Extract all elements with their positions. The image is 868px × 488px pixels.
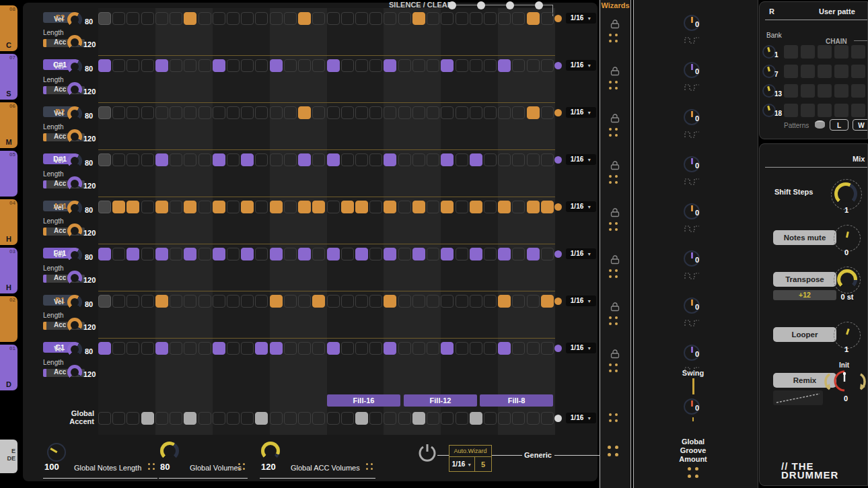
row-rate-dropdown[interactable]: 1/16▼ bbox=[566, 201, 596, 212]
acc-knob[interactable] bbox=[67, 82, 82, 97]
step-cell-r5-s11[interactable] bbox=[241, 201, 254, 213]
auto-wizard-steps-value[interactable]: 5 bbox=[475, 457, 491, 472]
step-cell-r4-s8[interactable] bbox=[198, 153, 211, 166]
step-cell-r1-s9[interactable] bbox=[213, 12, 225, 25]
lock-icon[interactable] bbox=[610, 66, 620, 76]
vel-knob[interactable] bbox=[67, 248, 82, 263]
step-cell-r1-s24[interactable] bbox=[427, 12, 439, 25]
step-cell-r5-s23[interactable] bbox=[412, 201, 425, 213]
step-cell-r8-s12[interactable] bbox=[255, 342, 268, 355]
step-cell-r4-s17[interactable] bbox=[327, 153, 340, 166]
row-wizard-dots[interactable] bbox=[609, 34, 618, 42]
row-rate-dropdown[interactable]: 1/16▼ bbox=[566, 248, 596, 259]
step-cell-r5-s14[interactable] bbox=[284, 201, 297, 213]
step-cell-r3-s13[interactable] bbox=[270, 106, 283, 119]
step-cell-r3-s10[interactable] bbox=[227, 106, 240, 119]
step-cell-r6-s23[interactable] bbox=[412, 248, 425, 260]
step-cell-r8-s29[interactable] bbox=[498, 342, 511, 355]
step-cell-r1-s28[interactable] bbox=[484, 12, 497, 25]
step-cell-r7-s29[interactable] bbox=[498, 295, 511, 308]
step-cell-r6-s13[interactable] bbox=[270, 248, 283, 260]
pattern-cell-r4-c3[interactable] bbox=[818, 104, 832, 117]
step-cell-r2-s2[interactable] bbox=[112, 59, 125, 72]
lock-icon[interactable] bbox=[610, 113, 620, 123]
accent-step-cell-s3[interactable] bbox=[126, 412, 139, 425]
step-cell-r6-s20[interactable] bbox=[369, 248, 382, 260]
step-cell-r1-s12[interactable] bbox=[255, 12, 268, 25]
step-cell-r5-s3[interactable] bbox=[126, 201, 139, 213]
step-cell-r1-s31[interactable] bbox=[527, 12, 540, 25]
drum-tab-04[interactable]: 04H bbox=[0, 199, 17, 245]
acc-knob[interactable] bbox=[67, 365, 82, 380]
step-cell-r8-s22[interactable] bbox=[398, 342, 411, 355]
step-cell-r4-s7[interactable] bbox=[184, 153, 196, 166]
step-cell-r1-s5[interactable] bbox=[155, 12, 168, 25]
step-cell-r2-s11[interactable] bbox=[241, 59, 254, 72]
pattern-cell-r4-c2[interactable] bbox=[801, 104, 815, 117]
record-label[interactable]: R bbox=[769, 7, 774, 16]
step-cell-r6-s18[interactable] bbox=[341, 248, 354, 260]
step-cell-r3-s19[interactable] bbox=[355, 106, 368, 119]
step-cell-r4-s32[interactable] bbox=[541, 153, 554, 166]
step-cell-r8-s25[interactable] bbox=[441, 342, 454, 355]
drum-tab-07[interactable]: 07S bbox=[0, 54, 17, 100]
step-cell-r7-s3[interactable] bbox=[126, 295, 139, 308]
step-cell-r6-s32[interactable] bbox=[541, 248, 554, 260]
row-wizard-dots[interactable] bbox=[609, 269, 618, 278]
step-cell-r7-s4[interactable] bbox=[141, 295, 154, 308]
row-rate-dropdown[interactable]: 1/16▼ bbox=[566, 13, 596, 24]
step-cell-r2-s23[interactable] bbox=[412, 59, 425, 72]
step-cell-r3-s8[interactable] bbox=[198, 106, 211, 119]
step-cell-r5-s2[interactable] bbox=[112, 201, 125, 213]
step-cell-r1-s15[interactable] bbox=[298, 12, 311, 25]
step-cell-r8-s9[interactable] bbox=[213, 342, 225, 355]
step-cell-r1-s21[interactable] bbox=[384, 12, 396, 25]
step-cell-r7-s19[interactable] bbox=[355, 295, 368, 308]
pattern-cell-r3-c2[interactable] bbox=[801, 84, 815, 98]
lock-icon[interactable] bbox=[610, 349, 620, 359]
pattern-cell-r2-c1[interactable] bbox=[784, 65, 798, 78]
step-cell-r2-s12[interactable] bbox=[255, 59, 268, 72]
step-cell-r6-s27[interactable] bbox=[470, 248, 482, 260]
step-cell-r2-s22[interactable] bbox=[398, 59, 411, 72]
accent-step-cell-s12[interactable] bbox=[255, 412, 268, 425]
global-knob-3[interactable] bbox=[261, 442, 280, 460]
row-wizard-dots[interactable] bbox=[609, 316, 618, 325]
pattern-cell-r3-c5[interactable] bbox=[851, 84, 865, 98]
step-cell-r3-s3[interactable] bbox=[126, 106, 139, 119]
bank-knob-3[interactable] bbox=[762, 84, 776, 98]
step-cell-r5-s22[interactable] bbox=[398, 201, 411, 213]
step-cell-r7-s7[interactable] bbox=[184, 295, 196, 308]
step-cell-r7-s26[interactable] bbox=[456, 295, 468, 308]
step-cell-r3-s24[interactable] bbox=[427, 106, 439, 119]
silence-clear-node-2[interactable] bbox=[477, 1, 485, 9]
step-cell-r1-s2[interactable] bbox=[112, 12, 125, 25]
step-cell-r1-s8[interactable] bbox=[198, 12, 211, 25]
step-cell-r2-s8[interactable] bbox=[198, 59, 211, 72]
pattern-cell-r4-c5[interactable] bbox=[851, 104, 865, 117]
accent-step-cell-s22[interactable] bbox=[398, 412, 411, 425]
step-cell-r7-s24[interactable] bbox=[427, 295, 439, 308]
vel-knob[interactable] bbox=[67, 201, 82, 215]
step-cell-r1-s1[interactable] bbox=[98, 12, 111, 25]
step-cell-r3-s4[interactable] bbox=[141, 106, 154, 119]
step-cell-r3-s20[interactable] bbox=[369, 106, 382, 119]
step-cell-r8-s32[interactable] bbox=[541, 342, 554, 355]
step-cell-r1-s23[interactable] bbox=[412, 12, 425, 25]
step-cell-r4-s24[interactable] bbox=[427, 153, 439, 166]
step-cell-r5-s5[interactable] bbox=[155, 201, 168, 213]
global-groove-wizard-dots[interactable] bbox=[688, 467, 696, 476]
step-cell-r1-s17[interactable] bbox=[327, 12, 340, 25]
step-cell-r3-s21[interactable] bbox=[384, 106, 396, 119]
step-cell-r8-s6[interactable] bbox=[170, 342, 182, 355]
step-cell-r2-s26[interactable] bbox=[456, 59, 468, 72]
accent-step-cell-s26[interactable] bbox=[456, 412, 468, 425]
accent-step-cell-s19[interactable] bbox=[355, 412, 368, 425]
step-cell-r8-s1[interactable] bbox=[98, 342, 111, 355]
step-cell-r5-s6[interactable] bbox=[170, 201, 182, 213]
step-cell-r2-s4[interactable] bbox=[141, 59, 154, 72]
step-cell-r4-s29[interactable] bbox=[498, 153, 511, 166]
lock-icon[interactable] bbox=[610, 254, 620, 265]
step-cell-r7-s27[interactable] bbox=[470, 295, 482, 308]
fill-button-fill-16[interactable]: Fill-16 bbox=[327, 394, 400, 407]
